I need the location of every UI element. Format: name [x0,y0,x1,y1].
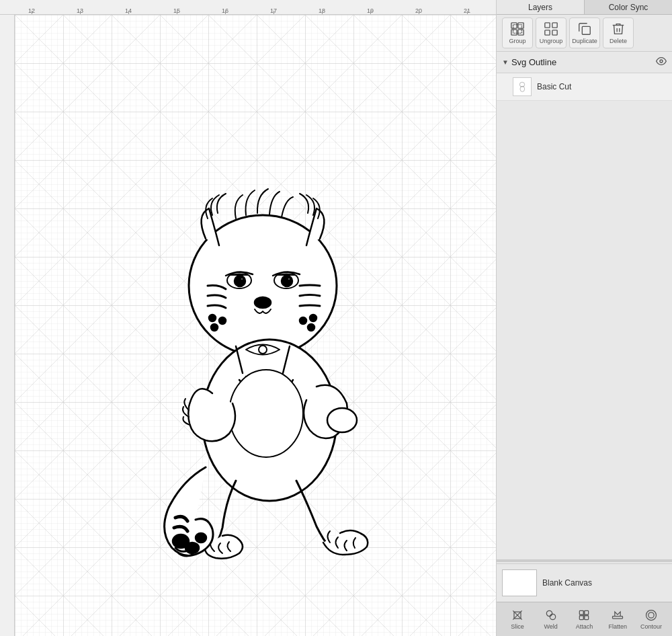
ruler-mark-17: 17 [270,7,277,14]
svg-point-25 [196,533,206,543]
group-button[interactable]: Group [502,17,533,48]
svg-rect-43 [585,610,589,614]
weld-button[interactable]: Weld [537,605,565,633]
flatten-button[interactable]: Flatten [603,605,632,633]
svg-rect-35 [582,26,590,34]
blank-canvas-thumbnail [502,569,537,596]
garfield-svg [108,145,417,561]
svg-rect-42 [580,610,584,614]
svg-point-22 [259,346,267,354]
horizontal-scrollbar[interactable] [497,559,672,562]
eye-icon[interactable] [656,56,667,69]
duplicate-button[interactable]: Duplicate [569,17,600,48]
scroll-area [497,558,672,563]
svg-rect-44 [580,616,584,620]
layer-group-header[interactable]: ▼ Svg Outline [497,52,672,73]
tab-bar: Layers Color Sync [497,0,672,15]
grid-canvas[interactable] [15,15,496,636]
svg-point-13 [209,315,216,321]
svg-point-11 [288,278,290,280]
ruler-mark-12: 12 [28,7,35,14]
duplicate-icon [577,22,592,36]
layer-item-basic-cut[interactable]: Basic Cut [497,73,672,101]
svg-point-14 [219,317,226,324]
flatten-icon [611,608,624,622]
group-arrow-icon: ▼ [502,58,509,66]
tab-colorsync[interactable]: Color Sync [585,0,672,14]
svg-point-17 [300,317,306,324]
blank-canvas-area: Blank Canvas [497,563,672,602]
svg-rect-32 [552,23,557,28]
svg-point-7 [235,276,245,286]
svg-rect-28 [511,30,517,35]
svg-rect-30 [513,25,522,34]
svg-rect-48 [613,617,623,619]
ruler-mark-19: 19 [367,7,374,14]
svg-point-15 [211,324,218,331]
layer-thumbnail [513,77,532,96]
svg-point-18 [308,324,314,331]
right-panel: Layers Color Sync Group Ungroup [496,0,672,636]
attach-icon [577,608,591,622]
ungroup-icon [544,22,558,36]
layer-item-label: Basic Cut [537,82,571,91]
svg-point-10 [282,276,292,286]
svg-point-38 [520,86,525,91]
tab-layers[interactable]: Layers [497,0,585,14]
svg-rect-34 [552,30,557,35]
svg-rect-26 [511,23,517,28]
svg-rect-33 [545,30,550,35]
svg-point-37 [519,82,524,87]
ruler-mark-20: 20 [415,7,422,14]
bottom-toolbar: Slice Weld Attach [497,602,672,636]
layer-group-name: Svg Outline [511,57,556,67]
attach-button[interactable]: Attach [570,605,598,633]
svg-rect-31 [545,23,550,28]
svg-point-21 [327,408,357,432]
panel-toolbar: Group Ungroup Duplicate [497,15,672,52]
slice-icon [511,608,524,622]
contour-button[interactable]: Contour [637,605,665,633]
svg-rect-29 [518,30,523,35]
svg-point-36 [660,60,663,63]
slice-button[interactable]: Slice [503,605,532,633]
contour-icon [644,608,658,622]
group-icon [510,22,525,36]
ruler-mark-14: 14 [125,7,132,14]
svg-point-12 [255,297,271,308]
svg-point-20 [229,370,303,457]
ruler-mark-21: 21 [464,7,470,14]
ruler-top: 12 13 14 15 16 17 18 19 20 21 [0,0,496,15]
ungroup-button[interactable]: Ungroup [536,17,566,48]
ruler-mark-16: 16 [222,7,228,14]
svg-rect-45 [585,616,589,620]
delete-button[interactable]: Delete [603,17,634,48]
garfield-image-container [30,30,496,636]
weld-icon [544,608,558,622]
delete-icon [611,22,626,36]
svg-point-16 [310,315,317,321]
ruler-mark-18: 18 [319,7,325,14]
layer-section: ▼ Svg Outline Basic Cut [497,52,672,558]
blank-canvas-label: Blank Canvas [542,578,592,588]
ruler-mark-13: 13 [77,7,83,14]
ruler-left [0,15,15,636]
ruler-mark-15: 15 [173,7,180,14]
svg-point-8 [241,278,243,280]
svg-rect-27 [518,23,523,28]
canvas-area: 12 13 14 15 16 17 18 19 20 21 [0,0,496,636]
